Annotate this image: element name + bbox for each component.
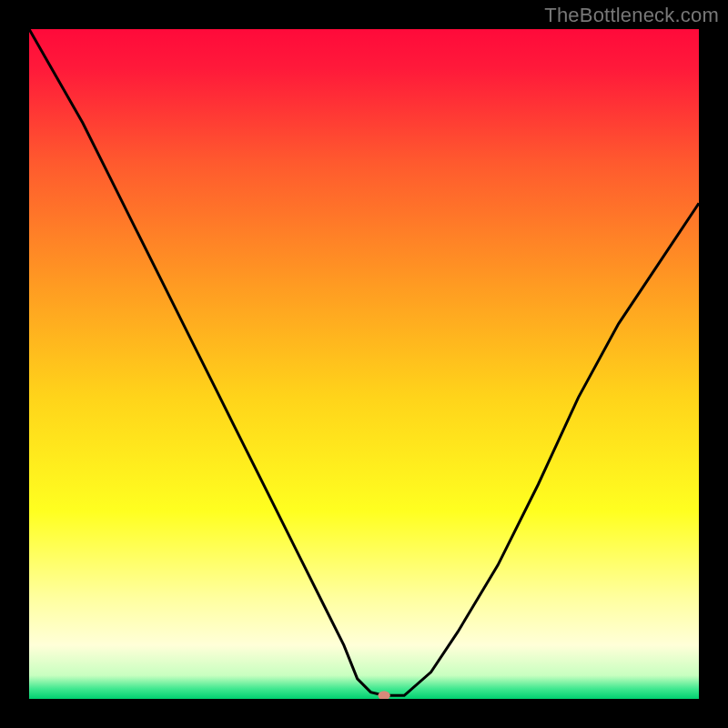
bottleneck-curve: [29, 29, 699, 695]
chart-frame: TheBottleneck.com: [0, 0, 728, 728]
curve-layer: [29, 29, 699, 699]
plot-area: [29, 29, 699, 699]
optimal-point-marker: [378, 691, 389, 699]
watermark-text: TheBottleneck.com: [544, 4, 719, 27]
